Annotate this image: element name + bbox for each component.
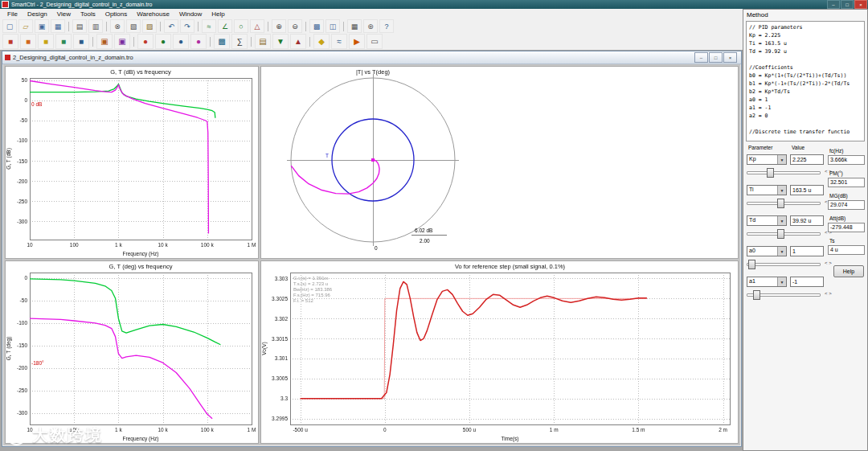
window-controls: –□× [827, 0, 867, 9]
toolbar-separator [305, 22, 306, 31]
menu-item-options[interactable]: Options [100, 10, 133, 18]
save-file-icon[interactable]: ▣ [35, 19, 49, 33]
readout-label-pm: PM(°) [829, 170, 843, 176]
document-minimize-button[interactable]: – [694, 52, 708, 63]
readout-label-attdb: Att(dB) [829, 215, 845, 221]
menu-item-design[interactable]: Design [23, 10, 52, 18]
run-simulation-icon[interactable]: ▶ [349, 34, 365, 49]
minimize-button[interactable]: – [827, 0, 840, 9]
warehouse-icon[interactable]: ▤ [255, 34, 271, 49]
zoom-out-icon[interactable]: ⊖ [288, 19, 302, 33]
transient-plot-icon[interactable]: △ [250, 19, 264, 33]
document-title: 2_Designing_digital_control_in_z_domain.… [13, 54, 133, 61]
readout-value-fchz: 3.666k [828, 155, 865, 165]
copy-icon[interactable]: ▧ [126, 19, 141, 33]
flyback-converter-icon[interactable]: ■ [55, 34, 72, 49]
method-panel: Method // PID parametersKp = 2.225Ti = 1… [743, 9, 868, 451]
menu-item-warehouse[interactable]: Warehouse [132, 10, 174, 18]
document-restore-button[interactable]: □ [709, 52, 723, 63]
tile-windows-icon[interactable]: ◫ [326, 19, 340, 33]
document-close-button[interactable]: × [723, 52, 737, 63]
toolbar-separator [251, 37, 252, 47]
menu-item-file[interactable]: File [2, 10, 23, 18]
watermark-logo-icon: 100 [6, 425, 27, 445]
import-data-icon[interactable]: ▼ [272, 34, 289, 49]
bode-magnitude-plot-icon[interactable]: ≈ [202, 19, 216, 33]
toolbar-separator [68, 22, 69, 31]
transient-panel [260, 260, 739, 444]
watermark: 100 大数跨境 [6, 424, 103, 446]
redo-icon[interactable]: ↷ [180, 19, 194, 33]
document-window: 2_Designing_digital_control_in_z_domain.… [2, 51, 742, 447]
new-file-icon[interactable]: ▢ [2, 19, 17, 33]
voltage-sensor-icon[interactable]: ▣ [96, 34, 113, 49]
window-title: SmartCtrl - 2_Designing_digital_control_… [11, 2, 152, 7]
cascade-windows-icon[interactable]: ▩ [309, 19, 324, 33]
buck-converter-icon[interactable]: ■ [2, 34, 18, 49]
maximize-button[interactable]: □ [841, 0, 854, 9]
menu-item-tools[interactable]: Tools [76, 10, 100, 18]
cut-icon[interactable]: ⊗ [110, 19, 125, 33]
nyquist-panel [260, 66, 739, 259]
pi-regulator-icon[interactable]: ● [137, 34, 154, 49]
readout-value-ts: 4 u [828, 245, 865, 255]
toolbar-separator [198, 22, 199, 31]
buck-boost-converter-icon[interactable]: ■ [38, 34, 54, 49]
nyquist-canvas[interactable] [261, 67, 738, 258]
document-icon [5, 55, 10, 60]
toolbar-standard: ▢▱▣▦▤▥⊗▧▨↶↷≈∠○△⊕⊖▩◫▦⊛? [0, 19, 743, 34]
export-data-icon[interactable]: ▲ [290, 34, 306, 49]
undo-icon[interactable]: ↶ [164, 19, 178, 33]
toolbar-separator [268, 22, 268, 31]
bode-phase-canvas[interactable] [6, 261, 258, 443]
type2-regulator-icon[interactable]: ● [155, 34, 171, 49]
pid-regulator-icon[interactable]: ● [190, 34, 207, 49]
parameter-sweep-icon[interactable]: ≈ [331, 34, 347, 49]
print-preview-icon[interactable]: ▥ [88, 19, 103, 33]
readout-label-mgdb: MG(dB) [829, 193, 848, 199]
nyquist-plot-icon[interactable]: ○ [234, 19, 248, 33]
transient-canvas[interactable] [261, 261, 738, 443]
toolbar-separator [133, 37, 134, 47]
menu-item-help[interactable]: Help [207, 10, 229, 18]
type3-regulator-icon[interactable]: ● [173, 34, 189, 49]
readout-value-pm: 32.501 [828, 178, 865, 187]
watermark-text: 大数跨境 [32, 424, 103, 446]
paste-icon[interactable]: ▨ [142, 19, 157, 33]
plot-area [3, 64, 740, 445]
help-icon[interactable]: ? [379, 19, 394, 33]
settings-icon[interactable]: ⊛ [363, 19, 378, 33]
title-bar: SmartCtrl - 2_Designing_digital_control_… [0, 0, 868, 9]
text-report-icon[interactable]: ▭ [366, 34, 383, 49]
zoom-in-icon[interactable]: ⊕ [272, 19, 286, 33]
toolbar-design: ■■■■■▣▣●●●●▩∑▤▼▲◆≈▶▭ [0, 33, 743, 51]
watermark-logo-text: 100 [11, 432, 22, 439]
boost-converter-icon[interactable]: ■ [20, 34, 36, 49]
optimizer-icon[interactable]: ◆ [313, 34, 330, 49]
forward-converter-icon[interactable]: ■ [73, 34, 89, 49]
app-icon [2, 1, 9, 8]
equation-editor-icon[interactable]: ∑ [231, 34, 248, 49]
current-sensor-icon[interactable]: ▣ [114, 34, 130, 49]
bode-phase-plot-icon[interactable]: ∠ [218, 19, 232, 33]
toolbar-separator [92, 37, 93, 47]
bode-magnitude-panel [5, 66, 259, 259]
bode-magnitude-canvas[interactable] [6, 67, 258, 258]
readout-label-fchz: fc(Hz) [829, 148, 843, 154]
readout-value-mgdb: 29.074 [828, 200, 865, 210]
document-title-bar[interactable]: 2_Designing_digital_control_in_z_domain.… [2, 51, 741, 64]
bode-phase-panel [5, 260, 259, 444]
save-all-icon[interactable]: ▦ [51, 19, 65, 33]
calculator-icon[interactable]: ▦ [347, 19, 362, 33]
menu-item-view[interactable]: View [52, 10, 76, 18]
help-button[interactable]: Help [833, 265, 864, 277]
menu-item-window[interactable]: Window [174, 10, 207, 18]
print-icon[interactable]: ▤ [72, 19, 87, 33]
readout-label-ts: Ts [829, 238, 835, 244]
menu-bar: FileDesignViewToolsOptionsWarehouseWindo… [0, 9, 743, 20]
toolbar-separator [343, 22, 344, 31]
open-file-icon[interactable]: ▱ [18, 19, 33, 33]
close-button[interactable]: × [854, 0, 867, 9]
readouts: fc(Hz)3.666kPM(°)32.501MG(dB)29.074Att(d… [743, 10, 867, 450]
digital-control-icon[interactable]: ▩ [214, 34, 230, 49]
